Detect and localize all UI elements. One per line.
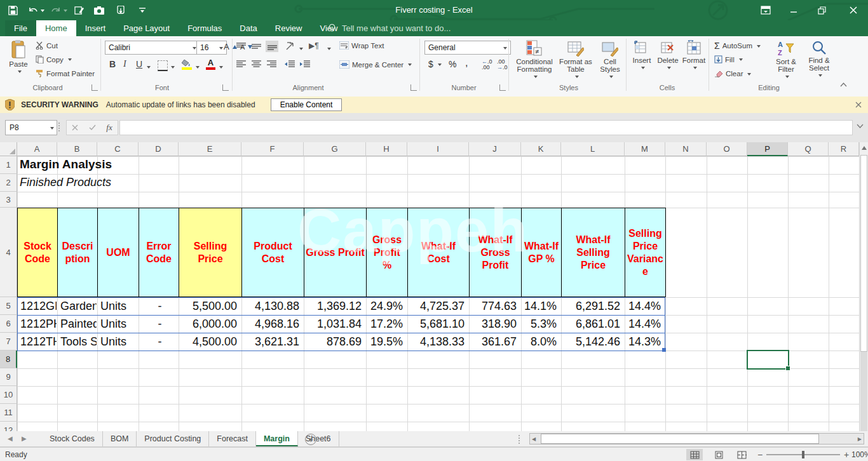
table-header-uom[interactable]: UOM [97,208,139,297]
data-cell-r5c5[interactable]: 4,130.88 [242,298,303,315]
name-box[interactable]: P8 [5,120,57,135]
cut-button[interactable]: Cut [36,41,58,50]
table-header-error-code[interactable]: Error Code [139,208,179,297]
new-sheet-button[interactable]: + [305,434,316,445]
sheet-tab-bom[interactable]: BOM [103,431,137,446]
data-cell-r5c6[interactable]: 1,369.12 [304,298,365,315]
table-header-gross-profit[interactable]: Gross Profit [304,208,367,297]
row-header-7[interactable]: 7 [0,333,17,351]
data-cell-r7c3[interactable]: - [139,333,178,351]
align-left-button[interactable] [236,60,246,68]
table-header-what-if-gp-[interactable]: What-If GP % [521,208,562,297]
data-cell-r6c5[interactable]: 4,968.16 [242,316,303,333]
row-header-8[interactable]: 8 [0,351,17,368]
data-cell-r6c9[interactable]: 318.90 [470,316,520,333]
close-button[interactable] [844,3,863,18]
formula-input[interactable] [119,120,853,135]
find-select-button[interactable]: Find & Select [804,40,834,77]
data-cell-r6c2[interactable]: Units [98,316,138,333]
number-format-combo[interactable]: General [424,41,511,55]
table-header-description[interactable]: Description [57,208,98,297]
table-header-what-if-gross-profit[interactable]: What-If Gross Profit [469,208,522,297]
column-header-O[interactable]: O [707,142,747,156]
data-cell-r6c11[interactable]: 6,861.01 [562,316,624,333]
data-cell-r7c11[interactable]: 5,142.46 [562,333,624,351]
data-cell-r5c3[interactable]: - [139,298,178,315]
data-cell-r7c4[interactable]: 4,500.00 [179,333,241,351]
data-cell-r5c1[interactable]: Garden [58,298,97,315]
zoom-level[interactable]: 100% [851,450,868,459]
data-cell-r5c10[interactable]: 14.1% [522,298,560,315]
row-header-5[interactable]: 5 [0,297,17,315]
merge-center-button[interactable]: Merge & Center [339,60,412,69]
align-right-button[interactable] [267,60,276,68]
decrease-indent-button[interactable] [285,60,295,68]
wrap-text-button[interactable]: Wrap Text [339,41,384,50]
autosum-button[interactable]: Σ AutoSum [714,41,761,51]
page-break-view-button[interactable] [733,449,750,460]
row-header-6[interactable]: 6 [0,315,17,333]
column-header-I[interactable]: I [407,142,469,156]
name-box-resize-grip[interactable] [58,123,60,131]
clipboard-dialog-launcher[interactable] [92,84,98,91]
bold-button[interactable]: B [109,59,116,69]
data-cell-r6c0[interactable]: 1212PH [18,316,57,333]
sort-filter-button[interactable]: AZ Sort & Filter [770,40,802,79]
orientation-dropdown-icon[interactable] [297,44,303,52]
table-header-what-if-selling-price[interactable]: What-If Selling Price [561,208,625,297]
column-header-F[interactable]: F [241,142,304,156]
insert-cells-button[interactable]: Insert [630,40,653,70]
conditional-formatting-button[interactable]: ≠ Conditional Formatting [515,40,554,79]
format-cells-button[interactable]: Format [681,40,707,70]
italic-button[interactable]: I [123,59,126,69]
data-cell-r5c11[interactable]: 6,291.52 [562,298,624,315]
increase-decimal-button[interactable]: ←.0.00 [482,59,492,70]
menu-tab-page-layout[interactable]: Page Layout [114,20,179,36]
range-corner-handle[interactable] [662,348,666,352]
minimize-button[interactable] [784,3,803,18]
font-name-combo[interactable]: Calibri [105,41,200,55]
sheet-nav-right-icon[interactable]: ▶ [22,435,27,442]
column-header-G[interactable]: G [304,142,366,156]
data-cell-r5c4[interactable]: 5,500.00 [179,298,241,315]
data-cell-r5c8[interactable]: 4,725.37 [408,298,468,315]
font-dialog-launcher[interactable] [222,84,229,91]
font-size-combo[interactable]: 16 [196,41,227,55]
data-cell-r7c8[interactable]: 4,138.33 [408,333,468,351]
align-top-button[interactable] [236,43,246,50]
table-header-what-if-cost[interactable]: What-If Cost [407,208,470,297]
data-cell-r5c2[interactable]: Units [98,298,138,315]
menu-tab-review[interactable]: Review [266,20,311,36]
row-header-1[interactable]: 1 [0,156,17,174]
column-header-N[interactable]: N [665,142,707,156]
row-header-10[interactable]: 10 [0,386,17,404]
data-cell-r6c8[interactable]: 5,681.10 [408,316,468,333]
data-cell-r7c1[interactable]: Tools S [58,333,97,351]
clear-button[interactable]: Clear [714,70,751,77]
hscroll-right-icon[interactable]: ▶ [858,436,862,442]
normal-view-button[interactable] [686,449,703,460]
column-header-K[interactable]: K [521,142,561,156]
restore-button[interactable] [812,3,831,18]
menu-tab-insert[interactable]: Insert [76,20,115,36]
data-cell-r7c9[interactable]: 361.67 [470,333,520,351]
expand-formula-bar-icon[interactable] [857,124,864,129]
data-cell-r5c0[interactable]: 1212GI [18,298,57,315]
text-direction-button[interactable]: ▶¶ [309,41,319,50]
vertical-scrollbar[interactable] [859,142,868,431]
vscroll-up-icon[interactable] [862,146,867,150]
column-header-A[interactable]: A [17,142,57,156]
hscroll-thumb[interactable] [541,434,819,444]
tab-scroll-grip[interactable] [519,435,520,444]
data-cell-r7c6[interactable]: 878.69 [304,333,365,351]
grow-font-button[interactable]: A [224,42,237,51]
data-cell-r7c5[interactable]: 3,621.31 [242,333,303,351]
copy-button[interactable]: Copy [36,55,72,63]
table-header-gross-profit-[interactable]: Gross Profit % [366,208,408,297]
comma-style-button[interactable]: , [465,57,468,69]
percent-style-button[interactable]: % [449,59,456,69]
row-header-3[interactable]: 3 [0,192,17,208]
data-cell-r6c1[interactable]: Painted [58,316,97,333]
data-cell-r6c10[interactable]: 5.3% [522,316,560,333]
column-header-P[interactable]: P [747,142,788,156]
